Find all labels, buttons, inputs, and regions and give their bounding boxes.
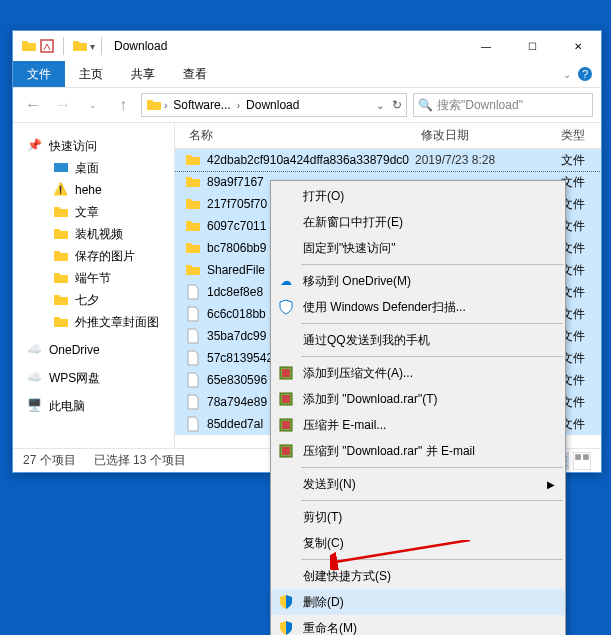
tab-view[interactable]: 查看: [169, 61, 221, 87]
file-type: 文件: [561, 174, 601, 191]
rar-icon: [277, 416, 295, 434]
file-type: 文件: [561, 372, 601, 389]
file-name: 42dbab2cf910a424dffa836a33879dc0: [207, 153, 409, 167]
file-type: 文件: [561, 284, 601, 301]
sidebar-item-waitui[interactable]: 外推文章封面图: [13, 311, 174, 333]
menu-item[interactable]: 创建快捷方式(S): [271, 563, 565, 589]
context-menu[interactable]: 打开(O)在新窗口中打开(E)固定到"快速访问"☁移动到 OneDrive(M)…: [270, 180, 566, 635]
rar-icon: [277, 364, 295, 382]
back-button[interactable]: ←: [21, 93, 45, 117]
maximize-button[interactable]: ☐: [509, 31, 555, 61]
sidebar-item-qixi[interactable]: 七夕: [13, 289, 174, 311]
svg-rect-11: [282, 395, 290, 403]
menu-item[interactable]: 添加到 "Download.rar"(T): [271, 386, 565, 412]
menu-item[interactable]: 固定到"快速访问": [271, 235, 565, 261]
folder-icon: [185, 218, 201, 234]
sidebar-wps[interactable]: ☁️WPS网盘: [13, 367, 174, 389]
menu-item-label: 固定到"快速访问": [303, 240, 396, 257]
window-title: Download: [114, 39, 167, 53]
svg-rect-0: [41, 40, 53, 52]
sidebar-desktop[interactable]: 桌面: [13, 157, 174, 179]
file-row[interactable]: 42dbab2cf910a424dffa836a33879dc02019/7/2…: [175, 149, 601, 171]
file-icon: [185, 416, 201, 432]
folder-icon: [185, 196, 201, 212]
menu-item[interactable]: 使用 Windows Defender扫描...: [271, 294, 565, 320]
forward-button[interactable]: →: [51, 93, 75, 117]
file-icon: [185, 306, 201, 322]
file-type: 文件: [561, 350, 601, 367]
file-type: 文件: [561, 240, 601, 257]
tab-home[interactable]: 主页: [65, 61, 117, 87]
sidebar-quick-access[interactable]: 📌快速访问: [13, 135, 174, 157]
menu-item-label: 压缩到 "Download.rar" 并 E-mail: [303, 443, 475, 460]
folder-icon: [185, 174, 201, 190]
folder-icon: [185, 262, 201, 278]
folder-icon: [21, 38, 37, 54]
file-icon: [185, 394, 201, 410]
file-icon: [185, 372, 201, 388]
menu-item-label: 剪切(T): [303, 509, 342, 526]
titlebar[interactable]: ▾ Download — ☐ ✕: [13, 31, 601, 61]
svg-rect-3: [54, 163, 68, 172]
qat: ▾: [21, 37, 95, 55]
menu-item-label: 删除(D): [303, 594, 344, 611]
minimize-button[interactable]: —: [463, 31, 509, 61]
rar-icon: [277, 442, 295, 460]
breadcrumb[interactable]: › Software... › Download ⌄ ↻: [141, 93, 407, 117]
menu-item[interactable]: 添加到压缩文件(A)...: [271, 360, 565, 386]
file-type: 文件: [561, 196, 601, 213]
ribbon-expand-icon[interactable]: ⌄: [563, 69, 571, 80]
folder-icon: [185, 152, 201, 168]
folder-icon: [146, 97, 162, 113]
menu-item[interactable]: 发送到(N)▶: [271, 471, 565, 497]
up-button[interactable]: ↑: [111, 93, 135, 117]
sidebar-thispc[interactable]: 🖥️此电脑: [13, 395, 174, 417]
uac-icon: [277, 593, 295, 611]
sidebar-item-hehe[interactable]: ⚠️hehe: [13, 179, 174, 201]
file-type: 文件: [561, 218, 601, 235]
shield-icon: [277, 298, 295, 316]
menu-item[interactable]: 在新窗口中打开(E): [271, 209, 565, 235]
file-icon: [185, 350, 201, 366]
menu-item-label: 重命名(M): [303, 620, 357, 636]
menu-item[interactable]: 打开(O): [271, 183, 565, 209]
menu-item-label: 通过QQ发送到我的手机: [303, 332, 430, 349]
close-button[interactable]: ✕: [555, 31, 601, 61]
menu-item[interactable]: 通过QQ发送到我的手机: [271, 327, 565, 353]
menu-item-label: 移动到 OneDrive(M): [303, 273, 411, 290]
svg-rect-15: [282, 447, 290, 455]
sidebar-item-duanwu[interactable]: 端午节: [13, 267, 174, 289]
help-icon[interactable]: ?: [577, 66, 593, 82]
menu-item-label: 复制(C): [303, 535, 344, 552]
svg-rect-7: [583, 454, 589, 460]
menu-item[interactable]: 剪切(T): [271, 504, 565, 530]
search-input[interactable]: 🔍 搜索"Download": [413, 93, 593, 117]
sidebar-item-baocun[interactable]: 保存的图片: [13, 245, 174, 267]
column-headers[interactable]: 名称 修改日期 类型: [175, 123, 601, 149]
sidebar-item-zhuangji[interactable]: 装机视频: [13, 223, 174, 245]
menu-item[interactable]: ☁移动到 OneDrive(M): [271, 268, 565, 294]
history-button[interactable]: ⌄: [81, 93, 105, 117]
menu-item[interactable]: 删除(D): [271, 589, 565, 615]
tab-file[interactable]: 文件: [13, 61, 65, 87]
large-icons-icon[interactable]: [573, 452, 591, 470]
file-type: 文件: [561, 394, 601, 411]
menu-item[interactable]: 复制(C): [271, 530, 565, 556]
properties-icon[interactable]: [39, 38, 55, 54]
rar-icon: [277, 390, 295, 408]
file-type: 文件: [561, 306, 601, 323]
menu-item-label: 添加到压缩文件(A)...: [303, 365, 413, 382]
menu-item-label: 使用 Windows Defender扫描...: [303, 299, 466, 316]
svg-rect-9: [282, 369, 290, 377]
sidebar-item-wenzhang[interactable]: 文章: [13, 201, 174, 223]
file-type: 文件: [561, 152, 601, 169]
onedrive-icon: ☁: [277, 272, 295, 290]
menu-item-label: 创建快捷方式(S): [303, 568, 391, 585]
menu-item-label: 打开(O): [303, 188, 344, 205]
menu-item[interactable]: 压缩到 "Download.rar" 并 E-mail: [271, 438, 565, 464]
file-type: 文件: [561, 262, 601, 279]
menu-item[interactable]: 重命名(M): [271, 615, 565, 635]
tab-share[interactable]: 共享: [117, 61, 169, 87]
sidebar-onedrive[interactable]: ☁️OneDrive: [13, 339, 174, 361]
menu-item[interactable]: 压缩并 E-mail...: [271, 412, 565, 438]
